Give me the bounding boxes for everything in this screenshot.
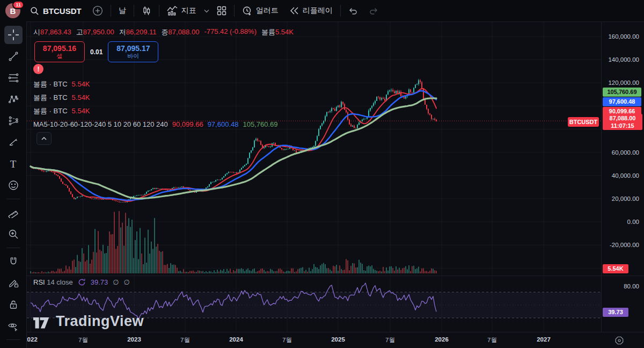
lock-all-tool[interactable] — [4, 295, 23, 314]
undo-button[interactable] — [343, 2, 363, 19]
price-axis[interactable]: 160,000.00140,000.00120,000.0060,000.004… — [601, 21, 644, 332]
fib-retracement-tool[interactable] — [4, 69, 23, 87]
layout-grid-icon — [217, 6, 226, 16]
emoji-tool[interactable] — [4, 176, 23, 194]
time-tick: 2026 — [435, 336, 449, 343]
last-price-tag: 87,088.0011:07:15 — [603, 114, 642, 130]
time-tick: 2023 — [127, 336, 141, 343]
buy-button[interactable]: 87,095.17 바이 — [108, 41, 158, 62]
alert-button[interactable]: 얼러트 — [237, 2, 284, 19]
ma-label: MA5-10-20-60-120-240 5 10 20 60 120 240 — [33, 120, 168, 128]
price-tick: 160,000.00 — [608, 33, 639, 40]
candlestick-icon — [142, 6, 151, 16]
price-axis-tag: 97,600.48 — [603, 97, 641, 106]
replay-icon — [289, 6, 299, 15]
indicators-icon — [167, 6, 178, 16]
indicators-button[interactable]: 지표 — [162, 2, 202, 19]
time-tick: 2027 — [537, 336, 551, 343]
volume-indicator-row[interactable]: 볼륨 · BTC 5.54K — [33, 91, 278, 104]
ma-indicator-row[interactable]: MA5-10-20-60-120-240 5 10 20 60 120 240 … — [33, 118, 278, 131]
price-axis-tag: 105,760.69 — [603, 88, 641, 97]
price-tick: -20,000.00 — [610, 242, 639, 248]
xabcd-pattern-tool[interactable] — [4, 90, 23, 108]
price-tick: 80.00 — [624, 283, 639, 289]
replay-button[interactable]: 리플레이 — [284, 2, 338, 19]
drawing-edit-lock-tool[interactable] — [4, 274, 23, 292]
time-tick: 7월 — [180, 336, 190, 344]
sell-button[interactable]: 87,095.16 셀 — [34, 41, 85, 62]
top-toolbar: B 11 BTCUSDT 날 — [0, 0, 644, 22]
rsi-title: RSI 14 close — [33, 278, 73, 286]
search-icon — [30, 6, 39, 16]
symbol-search-button[interactable]: BTCUSDT — [25, 2, 87, 19]
indicator-templates-button[interactable] — [202, 2, 211, 19]
ma-value-120: 97,600.48 — [208, 120, 239, 128]
avatar[interactable]: B 11 — [5, 3, 20, 18]
buy-price: 87,095.17 — [116, 45, 150, 53]
warning-icon[interactable]: ! — [33, 64, 43, 74]
compare-add-button[interactable] — [87, 2, 108, 19]
alert-label: 얼러트 — [256, 6, 279, 16]
close-label: 종 — [162, 28, 169, 36]
price-axis-tag: 39.73 — [603, 308, 628, 317]
indicators-label: 지표 — [181, 6, 196, 16]
ma-value-240: 105,760.69 — [243, 120, 277, 128]
toolbar-divider — [234, 5, 235, 17]
notification-badge: 11 — [12, 1, 24, 9]
watermark-text: TradingView — [56, 313, 144, 330]
rsi-value: 39.73 — [91, 278, 108, 286]
redo-button[interactable] — [363, 2, 384, 19]
price-tick: 20,000.00 — [612, 195, 639, 202]
sidebar-divider — [6, 248, 20, 248]
zoom-in-tool[interactable] — [4, 225, 23, 243]
replay-label: 리플레이 — [303, 6, 333, 16]
trend-line-tool[interactable] — [4, 47, 23, 66]
collapse-legend-button[interactable] — [36, 132, 52, 145]
trade-widget: 87,095.16 셀 0.01 87,095.17 바이 — [34, 41, 158, 62]
measure-ruler-tool[interactable] — [4, 204, 23, 222]
time-tick: 2025 — [331, 336, 345, 343]
crosshair-tool[interactable] — [4, 26, 23, 44]
settings-gear-icon[interactable] — [613, 335, 625, 346]
symbol-name: BTCUSDT — [43, 6, 82, 16]
tradingview-watermark: TradingView — [33, 313, 144, 330]
layout-grid-button[interactable] — [211, 2, 232, 19]
text-tool[interactable]: T — [4, 155, 23, 173]
magnet-tool[interactable] — [4, 252, 23, 271]
indicator-legend: 볼륨 · BTC 5.54K 볼륨 · BTC 5.54K 볼륨 · BTC 5… — [33, 77, 278, 131]
toolbar-divider — [159, 5, 159, 17]
redo-icon — [369, 7, 378, 15]
time-axis[interactable]: 20227월20237월20247월20257월20267월2027 — [27, 332, 644, 348]
open-value: 87,863.43 — [40, 28, 71, 36]
chart-style-button[interactable] — [136, 2, 157, 19]
time-tick: 7월 — [282, 336, 292, 344]
rsi-hide-icon[interactable]: ∅ — [113, 278, 119, 286]
price-tick: 0.00 — [627, 219, 639, 225]
volume-value: 5.54K — [275, 28, 294, 36]
sell-label: 셀 — [57, 53, 63, 59]
price-axis-tag: 5.54K — [603, 264, 628, 273]
time-tick: 2024 — [229, 336, 243, 343]
prediction-tool[interactable] — [4, 112, 23, 130]
ohlc-row: 시87,863.43 고87,950.00 저86,209.11 종87,088… — [33, 27, 294, 37]
hide-drawings-tool[interactable] — [4, 317, 23, 335]
change-value: -775.42 (-0.88%) — [204, 27, 257, 37]
volume-indicator-row[interactable]: 볼륨 · BTC 5.54K — [33, 104, 278, 118]
volume-indicator-row[interactable]: 볼륨 · BTC 5.54K — [33, 77, 278, 91]
sidebar-divider — [6, 339, 20, 340]
rsi-refresh-icon[interactable] — [78, 278, 86, 286]
price-tick: 120,000.00 — [608, 79, 639, 86]
interval-button[interactable]: 날 — [113, 2, 131, 19]
rsi-settings-icon[interactable]: ∅ — [124, 278, 130, 286]
tradingview-app: B 11 BTCUSDT 날 — [0, 0, 644, 348]
spread-value: 0.01 — [88, 47, 105, 57]
pane-separator[interactable] — [27, 276, 644, 276]
buy-label: 바이 — [127, 53, 139, 59]
sell-price: 87,095.16 — [43, 45, 76, 53]
high-value: 87,950.00 — [83, 28, 114, 36]
price-tick: 60,000.00 — [612, 149, 639, 156]
brush-tool[interactable] — [4, 133, 23, 151]
symbol-price-tag: BTCUSDT — [568, 117, 599, 127]
tradingview-logo-icon — [33, 315, 50, 329]
time-tick: 7월 — [487, 336, 497, 344]
